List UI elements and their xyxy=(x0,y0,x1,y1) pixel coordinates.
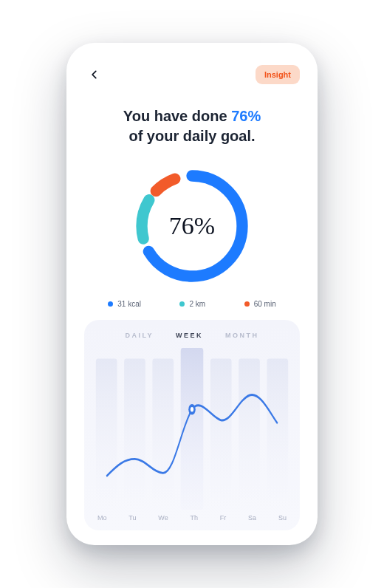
app-screen: Insight You have done 76% of your daily … xyxy=(66,43,318,545)
legend-item-min: 60 min xyxy=(244,300,276,308)
dot-icon xyxy=(179,301,185,307)
progress-donut: 76% xyxy=(84,160,300,293)
legend-label: 2 km xyxy=(189,300,205,308)
donut-center-value: 76% xyxy=(84,160,300,293)
line-chart xyxy=(93,348,291,510)
tab-month[interactable]: MONTH xyxy=(225,332,259,339)
dot-icon xyxy=(244,301,250,307)
back-button[interactable] xyxy=(84,64,105,85)
top-bar: Insight xyxy=(84,64,300,86)
tab-daily[interactable]: DAILY xyxy=(125,332,154,339)
headline: You have done 76% of your daily goal. xyxy=(84,106,300,146)
chart-card: DAILY WEEK MONTH xyxy=(84,320,300,530)
headline-prefix: You have done xyxy=(123,108,231,124)
legend: 31 kcal 2 km 60 min xyxy=(84,300,300,308)
svg-rect-9 xyxy=(267,359,288,510)
legend-label: 31 kcal xyxy=(117,300,141,308)
svg-point-11 xyxy=(191,407,193,411)
svg-rect-4 xyxy=(124,359,145,510)
chart-period-tabs: DAILY WEEK MONTH xyxy=(93,332,291,339)
svg-rect-5 xyxy=(152,359,174,510)
legend-item-km: 2 km xyxy=(179,300,205,308)
tab-week[interactable]: WEEK xyxy=(176,332,203,339)
chart-xaxis: Mo Tu We Th Fr Sa Su xyxy=(93,510,291,522)
svg-rect-8 xyxy=(239,359,260,510)
insight-button[interactable]: Insight xyxy=(256,65,300,84)
xaxis-label: Sa xyxy=(248,514,256,522)
legend-label: 60 min xyxy=(254,300,276,308)
xaxis-label: Mo xyxy=(97,514,107,522)
dot-icon xyxy=(108,301,113,307)
headline-line2: of your daily goal. xyxy=(128,128,255,144)
svg-rect-7 xyxy=(210,359,232,510)
xaxis-label: Fr xyxy=(220,514,227,522)
xaxis-label: Tu xyxy=(128,514,136,522)
svg-rect-3 xyxy=(96,359,117,510)
xaxis-label: We xyxy=(158,514,168,522)
xaxis-label: Su xyxy=(278,514,287,522)
chevron-left-icon xyxy=(89,69,100,80)
xaxis-label: Th xyxy=(190,514,198,522)
headline-percent: 76% xyxy=(231,108,261,124)
legend-item-kcal: 31 kcal xyxy=(108,300,141,308)
